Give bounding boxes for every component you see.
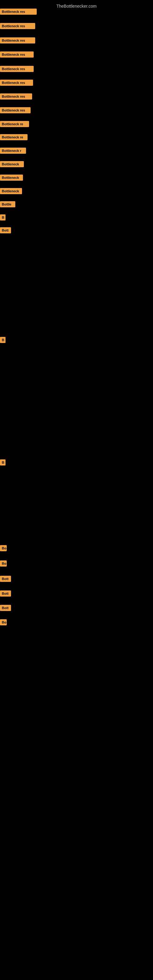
button-btn5[interactable]: Bottleneck res [0, 66, 33, 72]
button-btn4[interactable]: Bottleneck res [0, 51, 33, 57]
button-btn25[interactable]: Bo [0, 619, 7, 625]
button-btn18[interactable]: B [0, 337, 5, 343]
button-btn9[interactable]: Bottleneck re [0, 121, 29, 127]
button-btn16[interactable]: B [0, 215, 5, 221]
button-btn13[interactable]: Bottleneck [0, 175, 23, 181]
button-btn11[interactable]: Bottleneck r [0, 148, 26, 154]
button-btn3[interactable]: Bottleneck res [0, 37, 35, 43]
button-btn8[interactable]: Bottleneck res [0, 107, 30, 113]
button-btn17[interactable]: Bott [0, 227, 11, 233]
button-btn12[interactable]: Bottleneck [0, 161, 24, 167]
button-btn24[interactable]: Bott [0, 605, 11, 611]
button-btn10[interactable]: Bottleneck re [0, 134, 27, 140]
button-btn15[interactable]: Bottle [0, 201, 15, 207]
button-btn1[interactable]: Bottleneck res [0, 9, 37, 15]
button-btn14[interactable]: Bottleneck [0, 188, 22, 194]
button-btn6[interactable]: Bottleneck res [0, 80, 33, 86]
button-btn22[interactable]: Bott [0, 576, 11, 582]
button-btn7[interactable]: Bottleneck res [0, 94, 32, 100]
button-btn21[interactable]: Bo [0, 560, 7, 566]
button-btn2[interactable]: Bottleneck res [0, 23, 35, 29]
button-btn23[interactable]: Bott [0, 590, 11, 597]
button-btn19[interactable]: B [0, 460, 5, 466]
button-btn20[interactable]: Bo [0, 545, 7, 551]
